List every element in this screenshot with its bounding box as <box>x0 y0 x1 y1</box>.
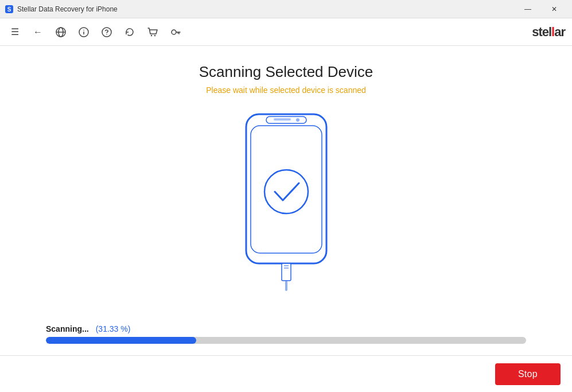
svg-point-9 <box>106 33 107 34</box>
page-title: Scanning Selected Device <box>199 63 373 81</box>
scan-status-row: Scanning... (31.33 %) <box>46 324 526 333</box>
title-bar-controls: — ✕ <box>515 0 567 18</box>
minimize-button[interactable]: — <box>515 0 541 18</box>
scan-percent: (31.33 %) <box>96 324 131 333</box>
svg-point-16 <box>296 118 299 122</box>
progress-bar-fill <box>46 337 196 344</box>
title-bar-left: S Stellar Data Recovery for iPhone <box>5 5 118 14</box>
close-button[interactable]: ✕ <box>541 0 567 18</box>
svg-point-12 <box>172 30 176 34</box>
info-icon[interactable] <box>76 24 92 40</box>
progress-bar-track <box>46 337 526 344</box>
globe-icon[interactable] <box>53 24 69 40</box>
svg-point-10 <box>151 34 152 36</box>
cart-icon[interactable] <box>145 24 161 40</box>
svg-rect-17 <box>274 118 291 121</box>
page-subtitle: Please wait while selected device is sca… <box>206 86 366 95</box>
svg-point-7 <box>83 29 84 30</box>
svg-rect-22 <box>285 281 287 291</box>
toolbar-left: ☰ ← <box>7 24 184 40</box>
key-icon[interactable] <box>168 24 184 40</box>
phone-illustration <box>240 108 332 292</box>
footer: Stop <box>0 355 572 392</box>
bottom-area: Scanning... (31.33 %) <box>11 324 561 355</box>
title-bar: S Stellar Data Recovery for iPhone — ✕ <box>0 0 572 18</box>
svg-point-11 <box>154 34 155 36</box>
menu-icon[interactable]: ☰ <box>7 24 23 40</box>
main-content: Scanning Selected Device Please wait whi… <box>0 46 572 355</box>
help-icon[interactable] <box>99 24 115 40</box>
brand-logo: stellar <box>532 25 565 40</box>
app-icon: S <box>5 5 14 14</box>
back-icon[interactable]: ← <box>30 24 46 40</box>
toolbar: ☰ ← <box>0 18 572 46</box>
svg-text:S: S <box>7 6 11 13</box>
svg-point-18 <box>264 170 308 214</box>
refresh-icon[interactable] <box>122 24 138 40</box>
stop-button[interactable]: Stop <box>495 363 561 385</box>
title-bar-title: Stellar Data Recovery for iPhone <box>17 5 118 13</box>
scan-label: Scanning... <box>46 324 89 333</box>
